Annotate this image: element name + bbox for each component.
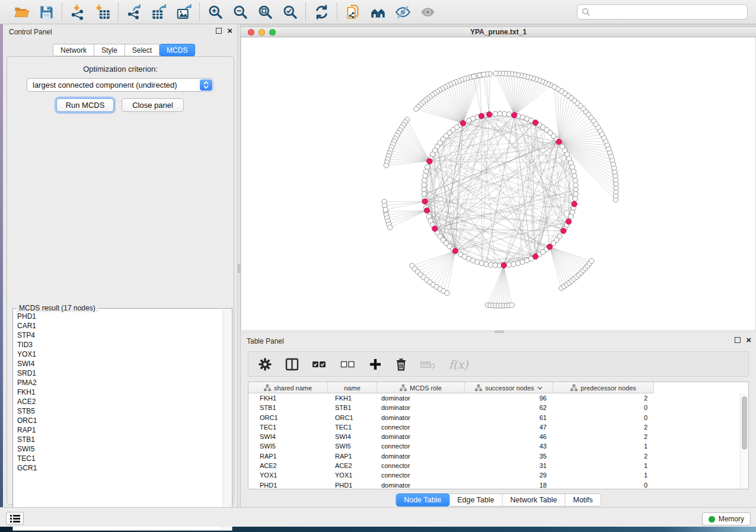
column-header-shared-name[interactable]: shared name <box>248 382 328 393</box>
table-row[interactable]: ACE2ACE2connector311 <box>248 461 739 470</box>
run-mcds-button[interactable]: Run MCDS <box>56 98 114 112</box>
network-canvas[interactable] <box>241 37 755 330</box>
zoom-out-button[interactable] <box>232 4 248 20</box>
clear-table-button[interactable] <box>420 357 436 372</box>
mcds-result-item[interactable]: RAP1 <box>17 425 222 435</box>
table-row[interactable]: RAP1RAP1dominator352 <box>248 451 739 461</box>
mcds-result-item[interactable]: SWI5 <box>17 444 222 454</box>
zoom-in-button[interactable] <box>207 4 224 20</box>
optimization-criterion-label: Optimization criterion: <box>7 65 234 73</box>
clone-network-button[interactable] <box>344 4 361 20</box>
cell-predecessor-nodes: 0 <box>553 480 654 489</box>
mcds-result-scrollbar[interactable] <box>222 309 231 530</box>
deselect-all-columns-button[interactable] <box>340 357 356 372</box>
tab-mcds[interactable]: MCDS <box>160 44 195 56</box>
tab-style[interactable]: Style <box>94 44 125 56</box>
select-all-columns-button[interactable] <box>312 357 327 372</box>
splitter-handle[interactable] <box>495 331 504 333</box>
close-panel-button[interactable]: Close panel <box>122 98 184 112</box>
export-image-button[interactable] <box>176 4 192 20</box>
mcds-result-item[interactable]: STB1 <box>17 435 222 444</box>
tab-motifs[interactable]: Motifs <box>565 493 601 507</box>
tab-select[interactable]: Select <box>125 44 160 56</box>
mcds-result-item[interactable]: GCR1 <box>17 463 222 473</box>
close-panel-icon[interactable]: × <box>227 28 232 34</box>
mcds-result-item[interactable]: SRD1 <box>17 368 222 378</box>
float-panel-icon[interactable] <box>735 337 741 343</box>
window-zoom-icon[interactable] <box>269 29 276 36</box>
show-all-nodes-button[interactable] <box>369 4 386 20</box>
export-table-button[interactable] <box>151 4 167 20</box>
mcds-result-item[interactable]: CAR1 <box>17 321 222 331</box>
tab-network[interactable]: Network <box>53 44 94 56</box>
tab-edge-table[interactable]: Edge Table <box>449 493 502 507</box>
import-network-button[interactable] <box>69 4 86 20</box>
open-session-button[interactable] <box>13 4 30 20</box>
column-header-name[interactable]: name <box>328 382 377 393</box>
mcds-result-item[interactable]: ACE2 <box>17 397 222 406</box>
table-row[interactable]: FKH1FKH1dominator962 <box>248 393 739 403</box>
column-label: predecessor nodes <box>580 384 636 392</box>
column-header-mcds-role[interactable]: MCDS role <box>377 382 465 393</box>
optimization-criterion-select[interactable]: largest connected component (undirected) <box>27 78 213 92</box>
table-row[interactable]: TEC1TEC1connector472 <box>248 422 739 432</box>
table-row[interactable]: SWI5SWI5connector431 <box>248 441 739 451</box>
window-minimize-icon[interactable] <box>259 29 265 36</box>
mcds-result-item[interactable]: SWI4 <box>17 359 222 368</box>
splitter-handle[interactable] <box>238 264 240 273</box>
mcds-result-item[interactable]: ORC1 <box>17 416 222 425</box>
zoom-selected-button[interactable] <box>282 4 298 20</box>
table-row[interactable]: PHD1PHD1dominator180 <box>248 480 739 489</box>
tab-node-table[interactable]: Node Table <box>395 493 449 507</box>
cell-shared-name: ACE2 <box>248 461 328 470</box>
mcds-result-item[interactable]: TEC1 <box>17 454 222 463</box>
scrollbar-thumb[interactable] <box>742 396 747 450</box>
search-input[interactable] <box>577 4 748 20</box>
task-history-button[interactable] <box>6 512 24 525</box>
refresh-layout-button[interactable] <box>313 4 330 20</box>
mcds-result-item[interactable]: PHD1 <box>17 312 222 321</box>
function-builder-button[interactable]: f(x) <box>449 357 468 372</box>
table-row[interactable]: YOX1YOX1connector291 <box>248 470 739 480</box>
status-bar: Memory <box>0 507 756 527</box>
network-graph[interactable] <box>241 37 755 330</box>
mcds-result-item[interactable]: TID3 <box>17 340 222 350</box>
fx-icon: f(x) <box>449 358 468 371</box>
toggle-columns-button[interactable] <box>285 357 299 372</box>
save-session-button[interactable] <box>38 4 55 20</box>
column-header-successor-nodes[interactable]: successor nodes <box>465 382 553 393</box>
hide-selected-button[interactable] <box>394 4 411 20</box>
table-panel-title: Table Panel <box>247 337 284 345</box>
import-table-button[interactable] <box>94 4 111 20</box>
clear-table-icon <box>420 357 436 371</box>
network-window-titlebar[interactable]: YPA_prune.txt_1 <box>241 27 756 37</box>
mcds-result-item[interactable]: FKH1 <box>17 387 222 397</box>
tab-network-table[interactable]: Network Table <box>503 493 566 507</box>
table-scrollbar[interactable] <box>740 393 748 489</box>
delete-column-button[interactable] <box>395 357 407 372</box>
add-column-button[interactable] <box>369 357 382 372</box>
mcds-result-list: PHD1CAR1STP4TID3YOX1SWI4SRD1PMA2FKH1ACE2… <box>14 312 222 529</box>
optimization-criterion-value: largest connected component (undirected) <box>33 81 177 89</box>
mcds-result-item[interactable]: STB5 <box>17 406 222 416</box>
memory-button[interactable]: Memory <box>702 512 751 525</box>
import-network-icon <box>70 4 86 20</box>
window-close-icon[interactable] <box>248 29 254 36</box>
mcds-result-item[interactable]: STP4 <box>17 331 222 340</box>
float-panel-icon[interactable] <box>216 28 222 34</box>
close-panel-icon[interactable]: × <box>746 337 751 343</box>
column-header-predecessor-nodes[interactable]: predecessor nodes <box>553 382 654 393</box>
gear-icon <box>258 357 272 371</box>
table-row[interactable]: SWI4SWI4dominator462 <box>248 432 739 441</box>
cell-successor-nodes: 29 <box>465 470 553 480</box>
show-hidden-button[interactable] <box>419 4 436 20</box>
table-settings-button[interactable] <box>258 357 272 372</box>
table-row[interactable]: STB1STB1dominator620 <box>248 403 739 412</box>
mcds-result-item[interactable]: PMA2 <box>17 378 222 387</box>
export-table-icon <box>151 4 167 20</box>
zoom-fit-button[interactable] <box>257 4 273 20</box>
table-row[interactable]: ORC1ORC1dominator610 <box>248 413 739 422</box>
mcds-result-item[interactable]: YOX1 <box>17 350 222 359</box>
cell-mcds-role: dominator <box>377 432 465 441</box>
export-network-button[interactable] <box>126 4 142 20</box>
